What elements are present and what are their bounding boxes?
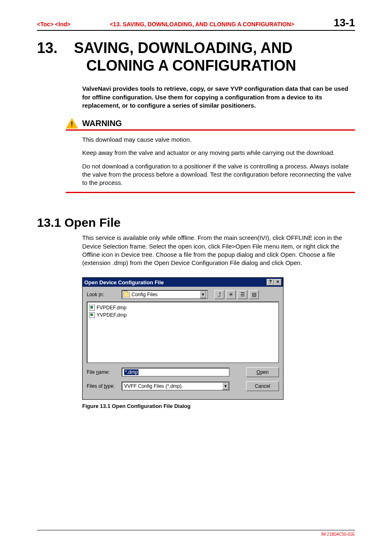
nav-links[interactable]: <Toc> <Ind> — [37, 21, 70, 28]
warning-p2: Keep away from the valve and actuator or… — [82, 149, 355, 157]
dropdown-arrow-icon[interactable]: ▼ — [200, 291, 206, 298]
file-icon — [89, 312, 95, 318]
files-of-type-value: VVFF Config Files (*.dmp) — [124, 383, 222, 389]
file-name-input[interactable]: *.dmp — [122, 368, 230, 377]
section-body: This service is available only while off… — [82, 234, 355, 267]
figure-caption: Figure 13.1 Open Configuration File Dial… — [82, 403, 355, 409]
list-item[interactable]: FVPDEF.dmp — [89, 304, 277, 311]
look-in-combo[interactable]: Config Files ▼ — [122, 290, 208, 299]
toc-link[interactable]: <Toc> — [37, 21, 53, 28]
footer-doc-code: IM 21B04C50-01E — [37, 532, 355, 537]
file-name-label: File name: — [87, 369, 118, 375]
up-one-level-button[interactable]: ⮥ — [214, 290, 224, 299]
chapter-number: 13. — [37, 39, 74, 57]
file-name: FVPDEF.dmp — [97, 305, 127, 311]
file-list[interactable]: FVPDEF.dmp YVPDEF.dmp — [87, 302, 279, 363]
warning-label: WARNING — [82, 119, 122, 128]
warning-header: WARNING — [66, 118, 355, 131]
close-button[interactable]: × — [274, 279, 281, 286]
figure-wrap: Open Device Configuration File ? × Look … — [82, 277, 355, 409]
warning-p3: Do not download a configuration to a pos… — [82, 162, 355, 187]
look-in-row: Look in: Config Files ▼ ⮥ ✳ ☰ ▤ — [83, 287, 283, 302]
chapter-title-line1: SAVING, DOWNLOADING, AND — [74, 39, 293, 56]
list-item[interactable]: YVPDEF.dmp — [89, 311, 277, 319]
dialog-titlebar: Open Device Configuration File ? × — [83, 278, 283, 287]
ind-link[interactable]: <Ind> — [55, 21, 70, 28]
intro-paragraph: ValveNavi provides tools to retrieve, co… — [82, 85, 355, 110]
warning-end-rule — [66, 192, 355, 193]
help-button[interactable]: ? — [267, 279, 274, 286]
file-icon — [89, 305, 95, 311]
warning-triangle-icon — [66, 118, 78, 129]
folder-icon — [123, 292, 130, 297]
dialog-title: Open Device Configuration File — [84, 279, 267, 286]
details-view-button[interactable]: ▤ — [249, 290, 259, 299]
look-in-label: Look in: — [87, 292, 118, 297]
dialog-bottom: File name: *.dmp Open Files of type: VVF… — [83, 363, 283, 399]
page-header: <Toc> <Ind> <13. SAVING, DOWNLOADING, AN… — [37, 16, 355, 31]
page-number: 13-1 — [334, 16, 355, 29]
warning-body: This download may cause valve motion. Ke… — [82, 136, 355, 187]
new-folder-button[interactable]: ✳ — [226, 290, 236, 299]
files-of-type-combo[interactable]: VVFF Config Files (*.dmp) ▼ — [122, 382, 230, 391]
list-view-button[interactable]: ☰ — [238, 290, 247, 299]
warning-block: WARNING This download may cause valve mo… — [66, 118, 355, 193]
dialog-toolbar: ⮥ ✳ ☰ ▤ — [214, 290, 259, 299]
dropdown-arrow-icon[interactable]: ▼ — [222, 382, 229, 390]
chapter-label-link[interactable]: <13. SAVING, DOWNLOADING, AND CLONING A … — [70, 21, 334, 28]
chapter-title-line2: CLONING A CONFIGURATION — [37, 57, 355, 74]
look-in-value: Config Files — [131, 292, 198, 297]
warning-p1: This download may cause valve motion. — [82, 136, 355, 144]
open-button[interactable]: Open — [246, 367, 279, 377]
open-file-dialog: Open Device Configuration File ? × Look … — [82, 277, 284, 400]
file-name-value: *.dmp — [124, 369, 138, 375]
chapter-title: 13.SAVING, DOWNLOADING, AND CLONING A CO… — [37, 39, 355, 74]
cancel-button[interactable]: Cancel — [246, 381, 279, 391]
page-footer: IM 21B04C50-01E — [37, 530, 355, 537]
section-heading: 13.1 Open File — [37, 216, 355, 230]
files-of-type-label: Files of type: — [87, 383, 118, 389]
file-name: YVPDEF.dmp — [97, 312, 127, 318]
